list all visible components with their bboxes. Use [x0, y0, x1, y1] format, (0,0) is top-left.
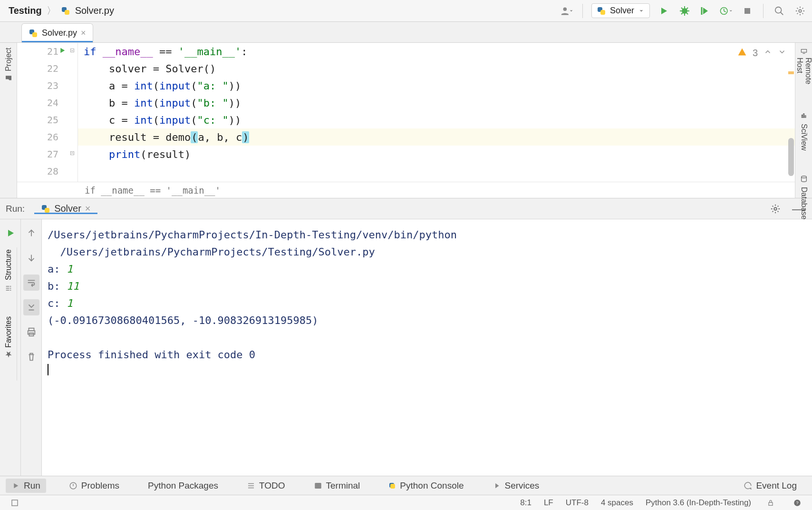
toolwindow-favorites[interactable]: Favorites [4, 314, 13, 360]
status-ide-notifications-icon[interactable]: ? [790, 496, 804, 510]
editor-scrollbar-thumb[interactable] [788, 138, 794, 176]
toolwindow-services-button[interactable]: Services [487, 479, 545, 493]
gutter-run-icon[interactable] [58, 46, 67, 57]
status-interpreter[interactable]: Python 3.6 (In-Depth-Testing) [646, 498, 751, 508]
svg-rect-6 [801, 49, 806, 52]
svg-point-4 [775, 7, 782, 13]
editor-gutter[interactable]: 2122232425262728 [17, 43, 78, 182]
print-icon[interactable] [23, 324, 39, 340]
stop-button[interactable] [740, 4, 754, 18]
toolwindow-remotehost[interactable]: Remote Host [795, 46, 812, 89]
toolwindow-eventlog-button[interactable]: Event Log [738, 479, 802, 493]
toolwindows-quick-access-icon[interactable] [8, 496, 22, 510]
navigation-bar: Testing 〉 Solver.py Solver [0, 0, 812, 22]
console-caret [48, 364, 48, 375]
breadcrumb-file[interactable]: Solver.py [75, 5, 114, 16]
toolwindow-todo-button[interactable]: TODO [241, 479, 291, 493]
breadcrumb: Testing 〉 Solver.py [9, 4, 114, 17]
code-line[interactable] [78, 163, 795, 180]
toolwindow-sciview[interactable]: SciView [800, 108, 808, 153]
svg-point-0 [563, 7, 567, 11]
run-tab-label: Solver [54, 203, 81, 214]
chevron-right-icon: 〉 [47, 4, 56, 17]
editor-inspections-widget[interactable]: 3 [737, 47, 786, 59]
run-tab-solver[interactable]: Solver × [34, 203, 97, 214]
toolwindow-terminal-button[interactable]: Terminal [308, 479, 366, 493]
svg-point-11 [774, 207, 777, 210]
right-toolwindow-strip: Remote Host SciView Database [795, 43, 812, 198]
console-line: c: 1 [48, 294, 806, 312]
status-line-separator[interactable]: LF [544, 498, 553, 508]
run-coverage-button[interactable] [698, 4, 713, 18]
run-toolwindow-header: Run: Solver × — [0, 198, 812, 219]
inspection-count: 3 [753, 48, 758, 59]
rerun-button[interactable] [2, 225, 19, 241]
scroll-to-end-icon[interactable] [23, 299, 39, 315]
status-lock-icon[interactable] [764, 496, 778, 510]
console-line: (-0.09167308680401565, -10.9083269131959… [48, 312, 806, 329]
toolwindow-python-console-button[interactable]: Python Console [383, 479, 469, 493]
soft-wrap-icon[interactable] [23, 275, 39, 291]
run-configuration-selector[interactable]: Solver [591, 3, 650, 18]
toolwindow-structure[interactable]: Structure [4, 247, 13, 295]
debug-button[interactable] [677, 4, 692, 18]
code-line[interactable]: a = int(input("a: ")) [78, 77, 795, 94]
svg-rect-22 [769, 502, 773, 505]
toolwindow-project[interactable]: Project [4, 46, 13, 84]
fold-end-icon[interactable] [69, 148, 76, 161]
error-stripe-marker[interactable] [788, 71, 794, 74]
toolwindow-python-packages-button[interactable]: Python Packages [142, 479, 224, 493]
fold-collapse-icon[interactable] [69, 45, 76, 58]
main-toolbar: Solver [560, 3, 807, 18]
svg-text:?: ? [796, 500, 798, 505]
settings-button[interactable] [793, 4, 807, 18]
svg-rect-20 [315, 483, 321, 489]
python-icon [597, 6, 606, 16]
search-everywhere-button[interactable] [772, 4, 786, 18]
prev-highlight-icon[interactable] [764, 47, 772, 59]
status-bar: 8:1 LF UTF-8 4 spaces Python 3.6 (In-Dep… [0, 495, 812, 510]
svg-rect-7 [802, 115, 802, 118]
clear-all-icon[interactable] [23, 349, 39, 365]
console-line: /Users/jetbrains/PycharmProjects/In-Dept… [48, 226, 806, 243]
next-highlight-icon[interactable] [778, 47, 786, 59]
run-config-name: Solver [610, 6, 634, 16]
profile-button[interactable] [719, 4, 734, 18]
code-line[interactable]: solver = Solver() [78, 60, 795, 77]
console-line: Process finished with exit code 0 [48, 346, 806, 363]
code-line[interactable]: print(result) [78, 146, 795, 163]
console-line [48, 329, 806, 346]
code-line[interactable]: result = demo(a, b, c) [78, 128, 795, 146]
python-file-icon [29, 29, 38, 38]
down-stack-icon[interactable] [23, 250, 39, 266]
close-run-tab-icon[interactable]: × [85, 203, 91, 214]
close-tab-icon[interactable]: × [81, 28, 86, 38]
run-settings-icon[interactable] [768, 202, 783, 216]
breadcrumb-project[interactable]: Testing [9, 5, 42, 16]
svg-point-5 [799, 10, 802, 12]
run-button[interactable] [657, 4, 671, 18]
toolwindow-run-button[interactable]: Run [6, 479, 46, 493]
toolwindow-database[interactable]: Database [800, 172, 808, 222]
console-line: b: 11 [48, 277, 806, 294]
code-editor[interactable]: 2122232425262728 if __name__ == '__main_… [17, 43, 795, 198]
run-toolwindow: Run: Solver × — [0, 198, 812, 476]
run-console-output[interactable]: /Users/jetbrains/PycharmProjects/In-Dept… [42, 219, 812, 476]
editor-tab-solver[interactable]: Solver.py × [21, 23, 93, 42]
status-encoding[interactable]: UTF-8 [566, 498, 589, 508]
user-dropdown-icon[interactable] [560, 4, 574, 18]
status-indent[interactable]: 4 spaces [601, 498, 633, 508]
editor-tabs: Solver.py × [0, 22, 812, 43]
python-icon [388, 482, 396, 490]
code-line[interactable]: if __name__ == '__main__': [78, 43, 795, 60]
toolwindow-problems-button[interactable]: Problems [63, 479, 125, 493]
up-stack-icon[interactable] [23, 225, 39, 241]
code-line[interactable]: b = int(input("b: ")) [78, 94, 795, 111]
code-line[interactable]: c = int(input("c: ")) [78, 111, 795, 128]
status-caret-position[interactable]: 8:1 [520, 498, 532, 508]
warning-icon [737, 47, 747, 59]
editor-breadcrumb-path[interactable]: if __name__ == '__main__' [17, 182, 795, 198]
left-toolwindow-strip: Project [0, 43, 17, 198]
svg-rect-9 [805, 116, 806, 118]
editor-content[interactable]: if __name__ == '__main__': solver = Solv… [78, 43, 795, 182]
